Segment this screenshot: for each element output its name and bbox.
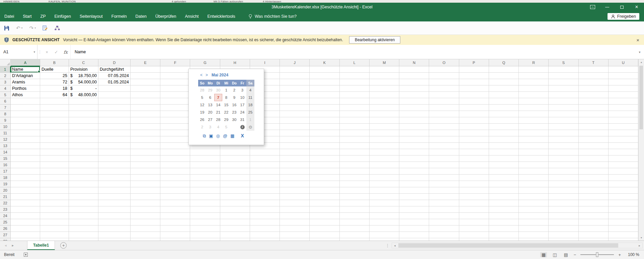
tell-me-search[interactable]: Was möchten Sie tun? (248, 14, 297, 19)
cell-L2[interactable] (340, 73, 370, 79)
calendar-day[interactable]: 15 (222, 101, 230, 109)
cell-Q28[interactable] (489, 238, 519, 241)
calendar-day[interactable]: 17 (238, 101, 246, 109)
cell-K5[interactable] (310, 92, 339, 98)
cell-G21[interactable] (190, 194, 220, 200)
cell-N6[interactable] (399, 98, 429, 105)
cell-P4[interactable] (459, 85, 489, 92)
cell-P5[interactable] (459, 92, 489, 98)
maximize-button[interactable] (615, 3, 629, 11)
ribbon-tab-zp[interactable]: ZP (36, 11, 50, 21)
cell-K13[interactable] (310, 143, 339, 149)
cell-A16[interactable] (11, 162, 40, 168)
cell-E20[interactable] (131, 187, 160, 194)
cell-J5[interactable] (280, 92, 310, 98)
cell-P25[interactable] (459, 219, 489, 225)
cell-D7[interactable] (98, 105, 131, 111)
row-header-25[interactable]: 25 (0, 219, 11, 225)
cell-D23[interactable] (98, 206, 131, 213)
cell-Q1[interactable] (489, 66, 519, 73)
cell-J14[interactable] (280, 149, 310, 155)
cell-C2[interactable]: $18.750,00 (69, 73, 98, 79)
cell-P3[interactable] (459, 79, 489, 85)
cell-C11[interactable] (69, 130, 98, 136)
cell-S4[interactable] (549, 85, 578, 92)
cell-G17[interactable] (190, 168, 220, 175)
cell-U3[interactable] (609, 79, 638, 85)
cell-A19[interactable] (11, 181, 40, 187)
cell-L3[interactable] (340, 79, 370, 85)
cell-G25[interactable] (190, 219, 220, 225)
cell-I15[interactable] (250, 155, 280, 162)
cell-P13[interactable] (459, 143, 489, 149)
tab-scroll-divider[interactable]: ⋮ (384, 243, 392, 248)
cell-M18[interactable] (370, 175, 399, 181)
cell-Q9[interactable] (489, 117, 519, 124)
cell-Q15[interactable] (489, 155, 519, 162)
cell-H25[interactable] (220, 219, 250, 225)
cell-E19[interactable] (131, 181, 160, 187)
edit-document-button[interactable] (43, 25, 48, 31)
cell-R6[interactable] (519, 98, 549, 105)
cell-R14[interactable] (519, 149, 549, 155)
calendar-day[interactable]: 10 (238, 94, 246, 101)
cell-A12[interactable] (11, 136, 40, 143)
cell-N16[interactable] (399, 162, 429, 168)
cell-D21[interactable] (98, 194, 131, 200)
cell-F12[interactable] (160, 136, 190, 143)
cell-F5[interactable] (160, 92, 190, 98)
cell-Q12[interactable] (489, 136, 519, 143)
cell-A28[interactable] (11, 238, 40, 241)
undo-button[interactable]: ↶ ▾ (16, 25, 23, 30)
cell-M6[interactable] (370, 98, 399, 105)
cell-J11[interactable] (280, 130, 310, 136)
cell-P19[interactable] (459, 181, 489, 187)
name-box-dropdown-icon[interactable]: ▾ (33, 50, 35, 54)
cell-A20[interactable] (11, 187, 40, 194)
cell-H22[interactable] (220, 200, 250, 206)
cell-R12[interactable] (519, 136, 549, 143)
cell-O3[interactable] (429, 79, 459, 85)
cell-M5[interactable] (370, 92, 399, 98)
row-header-11[interactable]: 11 (0, 130, 11, 136)
calendar-window-icon[interactable]: ▣ (209, 134, 213, 138)
cell-R26[interactable] (519, 225, 549, 232)
cell-D13[interactable] (98, 143, 131, 149)
cell-U11[interactable] (609, 130, 638, 136)
column-header-B[interactable]: B (40, 59, 69, 66)
cell-Q11[interactable] (489, 130, 519, 136)
calendar-day[interactable]: 16 (230, 101, 238, 109)
cell-J6[interactable] (280, 98, 310, 105)
cell-R20[interactable] (519, 187, 549, 194)
cell-M10[interactable] (370, 124, 399, 130)
cell-S15[interactable] (549, 155, 578, 162)
cell-C6[interactable] (69, 98, 98, 105)
cell-P7[interactable] (459, 105, 489, 111)
cell-R10[interactable] (519, 124, 549, 130)
cell-H20[interactable] (220, 187, 250, 194)
add-sheet-button[interactable]: + (60, 242, 67, 249)
cell-G28[interactable] (190, 238, 220, 241)
cell-M4[interactable] (370, 85, 399, 92)
cell-Q10[interactable] (489, 124, 519, 130)
cell-N8[interactable] (399, 111, 429, 117)
cell-U16[interactable] (609, 162, 638, 168)
cell-O25[interactable] (429, 219, 459, 225)
share-button[interactable]: Freigeben (608, 13, 639, 20)
cell-T7[interactable] (579, 105, 609, 111)
cell-N28[interactable] (399, 238, 429, 241)
calendar-day[interactable]: 27 (206, 116, 214, 123)
cell-N26[interactable] (399, 225, 429, 232)
cell-S17[interactable] (549, 168, 578, 175)
cell-G18[interactable] (190, 175, 220, 181)
cell-D8[interactable] (98, 111, 131, 117)
cell-U25[interactable] (609, 219, 638, 225)
cell-R8[interactable] (519, 111, 549, 117)
calendar-info-icon[interactable]: i (238, 123, 246, 131)
cell-J7[interactable] (280, 105, 310, 111)
cell-F28[interactable] (160, 238, 190, 241)
cell-J16[interactable] (280, 162, 310, 168)
row-header-18[interactable]: 18 (0, 175, 11, 181)
cell-O20[interactable] (429, 187, 459, 194)
column-header-O[interactable]: O (429, 59, 459, 66)
